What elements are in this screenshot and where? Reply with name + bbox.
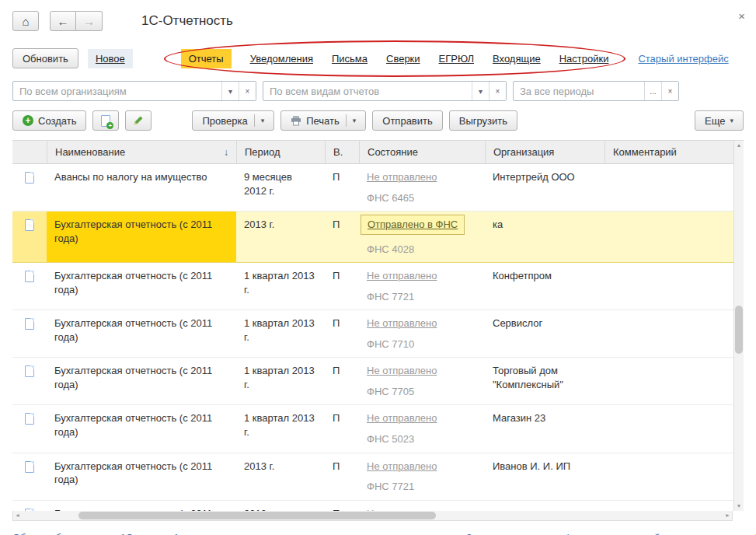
tab-reconciliations[interactable]: Сверки xyxy=(386,53,420,65)
tab-notifications[interactable]: Уведомления xyxy=(250,53,313,65)
header-comment[interactable]: Комментарий xyxy=(604,141,733,163)
create-button[interactable]: + Создать xyxy=(12,110,86,131)
comment xyxy=(604,405,733,452)
horizontal-scroll-thumb[interactable] xyxy=(78,512,436,519)
period-filter-value[interactable]: За все периоды xyxy=(514,82,644,100)
reports-table: Наименование ↓ Период В. Состояние Орган… xyxy=(12,140,744,511)
status-link[interactable]: Не отправлено xyxy=(367,316,437,330)
report-name: Бухгалтерская отчетность (с 2011 года) xyxy=(47,212,236,262)
horizontal-scrollbar[interactable]: ◄ ► xyxy=(12,511,733,521)
pencil-icon xyxy=(133,115,144,126)
tab-reports[interactable]: Отчеты xyxy=(181,49,232,68)
status-link[interactable]: Не отправлено xyxy=(367,460,437,474)
status-link[interactable]: Не отправлено xyxy=(367,364,437,378)
vertical-scroll-track[interactable] xyxy=(734,150,744,502)
tab-incoming[interactable]: Входящие xyxy=(493,53,541,65)
status-link[interactable]: Отправлено в ФНС xyxy=(361,215,465,235)
header-type[interactable]: В. xyxy=(325,141,359,163)
status-link[interactable]: Не отправлено xyxy=(367,411,437,425)
header-period[interactable]: Период xyxy=(236,141,325,163)
footer-link-questions[interactable]: Актуальные вопросы подготовки и отправки… xyxy=(172,532,438,535)
report-type-filter-value[interactable]: По всем видам отчетов xyxy=(263,82,472,100)
fns-code: ФНС 4028 xyxy=(367,243,477,257)
edit-button[interactable] xyxy=(125,110,152,131)
tab-settings[interactable]: Настройки xyxy=(559,53,609,65)
organization: Магазин 23 xyxy=(485,405,604,452)
header-name[interactable]: Наименование ↓ xyxy=(47,141,236,163)
chevron-down-icon: ▾ xyxy=(228,87,232,96)
chevron-down-icon: ▾ xyxy=(353,117,357,124)
tab-letters[interactable]: Письма xyxy=(332,53,368,65)
document-icon xyxy=(25,172,34,184)
report-type-filter-clear[interactable]: × xyxy=(489,82,506,100)
table-row-selected[interactable]: Бухгалтерская отчетность (с 2011 года) 2… xyxy=(12,212,744,263)
organization: Торговый дом "Комплексный" xyxy=(485,358,604,404)
old-interface-link[interactable]: Старый интерфейс xyxy=(638,53,728,65)
fns-code: ФНС 5023 xyxy=(367,432,477,446)
scroll-right-icon[interactable]: ► xyxy=(725,511,730,520)
report-type-mark: П xyxy=(325,164,359,211)
period-filter-clear[interactable]: × xyxy=(661,82,678,100)
footer-link-overview[interactable]: Обзор рабочего места 1С-... xyxy=(12,532,145,535)
fns-code: ФНС 7721 xyxy=(367,480,477,494)
organization-filter-dropdown[interactable]: ▾ xyxy=(221,82,239,100)
header-status[interactable]: Состояние xyxy=(359,141,485,163)
close-icon: × xyxy=(738,9,745,23)
forward-button[interactable]: → xyxy=(76,11,103,31)
copy-button[interactable]: + xyxy=(92,110,119,131)
report-type-filter-dropdown[interactable]: ▾ xyxy=(472,82,489,100)
table-row[interactable]: Бухгалтерская отчетность (с 2011 года) 1… xyxy=(12,405,744,453)
forward-icon: → xyxy=(83,15,95,28)
report-status: Не отправлено xyxy=(359,501,485,511)
scroll-down-icon[interactable]: ▼ xyxy=(737,502,742,511)
header-organization[interactable]: Организация xyxy=(485,141,604,163)
table-row[interactable]: Бухгалтерская отчетность (с 2011 года) 1… xyxy=(12,310,744,358)
more-label: Еще xyxy=(705,115,725,127)
tabs: Отчеты Уведомления Письма Сверки ЕГРЮЛ В… xyxy=(169,46,622,72)
period-filter-ellipsis[interactable]: ... xyxy=(644,82,661,100)
chevron-down-icon: ▾ xyxy=(261,117,265,124)
report-period: 1 квартал 2013 г. xyxy=(236,358,325,404)
document-icon xyxy=(25,219,34,231)
home-button[interactable]: ⌂ xyxy=(12,11,39,31)
scroll-left-icon[interactable]: ◄ xyxy=(15,511,20,520)
report-name: Бухгалтерская отчетность (с 2011 года) xyxy=(47,358,236,404)
table-row[interactable]: Бухгалтерская отчетность (с 2011 года) 1… xyxy=(12,358,744,405)
organization: Конфетпром xyxy=(485,263,604,309)
table-row[interactable]: Авансы по налогу на имущество 9 месяцев … xyxy=(12,164,744,212)
organization-filter-clear[interactable]: × xyxy=(239,82,256,100)
new-button[interactable]: Новое xyxy=(88,49,133,68)
check-button[interactable]: Проверка ▾ xyxy=(192,110,274,131)
print-button[interactable]: Печать ▾ xyxy=(280,110,366,131)
report-type-mark: П xyxy=(325,453,359,500)
report-period: 2013 г. xyxy=(236,501,325,511)
scroll-up-icon[interactable]: ▲ xyxy=(737,141,742,150)
vertical-scroll-thumb[interactable] xyxy=(735,306,743,354)
tabs-row: Обновить Новое Отчеты Уведомления Письма… xyxy=(0,47,756,70)
document-icon xyxy=(25,461,34,473)
back-icon: ← xyxy=(57,15,69,28)
back-button[interactable]: ← xyxy=(50,11,76,31)
close-button[interactable]: × xyxy=(738,9,745,23)
vertical-scrollbar[interactable]: ▲ ▼ xyxy=(733,141,744,511)
table-row[interactable]: Бухгалтерская отчетность (с 2011 года) 2… xyxy=(12,453,744,501)
more-button[interactable]: Еще ▾ xyxy=(695,110,744,131)
table-row[interactable]: Бухгалтерская отчетность (с 2011 года) 1… xyxy=(12,263,744,310)
export-button[interactable]: Выгрузить xyxy=(449,110,517,131)
status-link[interactable]: Не отправлено xyxy=(367,170,437,184)
report-status: Не отправлено ФНС 7721 xyxy=(359,263,485,309)
sort-desc-icon[interactable]: ↓ xyxy=(224,147,228,158)
period-filter: За все периоды ... × xyxy=(513,81,679,101)
send-button[interactable]: Отправить xyxy=(372,110,442,131)
status-link[interactable]: Не отправлено xyxy=(367,269,437,283)
table-row-partial[interactable]: Бухгалтерская отчетность (с 2011 года) 2… xyxy=(12,501,744,511)
organization-filter-value[interactable]: По всем организациям xyxy=(13,82,221,100)
footer-link-declaration[interactable]: Заполнение и расшифровка показателей дек… xyxy=(466,532,727,535)
report-status: Не отправлено ФНС 7721 xyxy=(359,453,485,500)
tab-egrul[interactable]: ЕГРЮЛ xyxy=(439,53,474,65)
refresh-button[interactable]: Обновить xyxy=(12,48,78,68)
check-label: Проверка xyxy=(202,115,247,127)
comment xyxy=(604,263,733,309)
chevron-down-icon: ▾ xyxy=(479,87,483,96)
report-period: 2013 г. xyxy=(236,212,325,262)
